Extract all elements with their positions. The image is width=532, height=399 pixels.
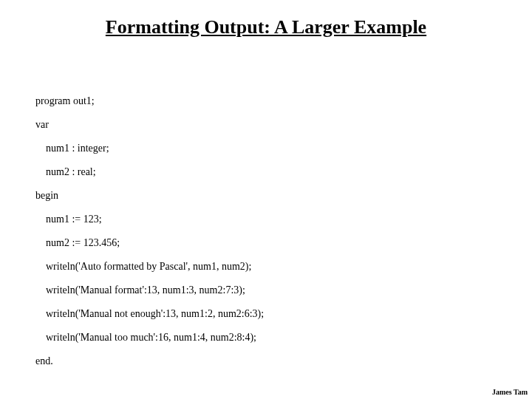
slide: Formatting Output: A Larger Example prog… <box>0 0 532 399</box>
code-line: num1 : integer; <box>35 143 264 154</box>
code-line: end. <box>35 356 264 366</box>
code-block: program out1; var num1 : integer; num2 :… <box>35 96 264 380</box>
code-line: num2 := 123.456; <box>35 238 264 248</box>
code-line: begin <box>35 191 264 201</box>
footer-author: James Tam <box>492 388 528 396</box>
code-line: writeln('Manual too much':16, num1:4, nu… <box>35 332 264 343</box>
code-line: writeln('Manual not enough':13, num1:2, … <box>35 309 264 319</box>
code-line: writeln('Auto formatted by Pascal', num1… <box>35 262 264 272</box>
code-line: num2 : real; <box>35 167 264 177</box>
code-line: writeln('Manual format':13, num1:3, num2… <box>35 285 264 296</box>
code-line: program out1; <box>35 96 264 106</box>
page-title: Formatting Output: A Larger Example <box>0 16 532 38</box>
code-line: var <box>35 120 264 130</box>
code-line: num1 := 123; <box>35 214 264 225</box>
